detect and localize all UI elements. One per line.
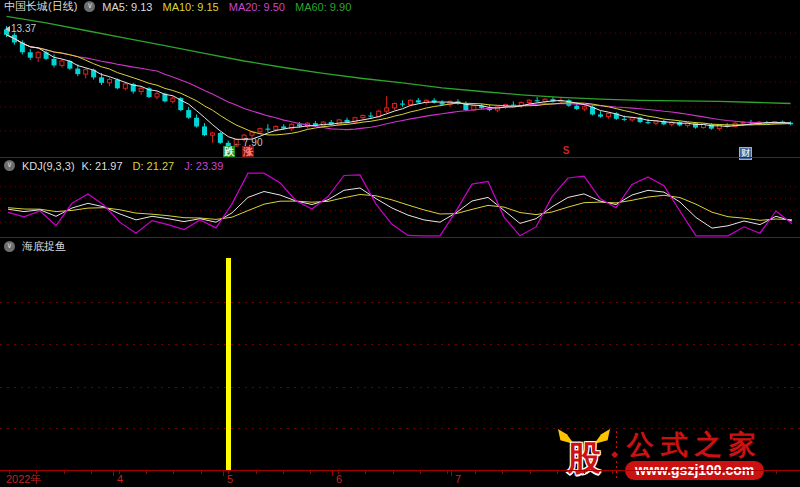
axis-month-tick [223, 471, 224, 476]
chevron-down-icon[interactable]: ∨ [4, 241, 15, 252]
chevron-down-icon[interactable]: ∨ [84, 1, 95, 12]
axis-tick [475, 471, 476, 474]
kdj-header: ∨ KDJ(9,3,3) K: 21.97D: 21.27J: 23.39 [0, 159, 800, 172]
axis-tick [612, 471, 613, 474]
axis-tick [420, 471, 421, 474]
axis-tick [64, 471, 65, 474]
axis-tick [639, 471, 640, 474]
axis-tick [91, 471, 92, 474]
panel-divider [0, 237, 800, 238]
kdj-value-label: J: 23.39 [184, 160, 223, 172]
axis-tick [667, 471, 668, 474]
trading-app-window: 中国长城(日线) ∨ MA5: 9.13MA10: 9.15MA20: 9.50… [0, 0, 800, 487]
axis-tick [228, 471, 229, 474]
axis-tick [694, 471, 695, 474]
buy-signal-bar [226, 258, 231, 470]
ma-label: MA5: 9.13 [102, 1, 152, 13]
ma-label: MA10: 9.15 [162, 1, 218, 13]
sub-indicator-title: 海底捉鱼 [22, 239, 66, 254]
candlestick-chart[interactable] [0, 13, 800, 157]
time-axis: 2022年 4567 [0, 470, 800, 487]
gridline [0, 387, 800, 388]
axis-tick [119, 471, 120, 474]
axis-tick [721, 471, 722, 474]
diamond-icon: ◆ [611, 449, 618, 460]
axis-tick [283, 471, 284, 474]
axis-tick [530, 471, 531, 474]
kdj-value-label: K: 21.97 [82, 160, 123, 172]
ma-value-labels: MA5: 9.13MA10: 9.15MA20: 9.50MA60: 9.90 [102, 1, 361, 13]
axis-tick [36, 471, 37, 474]
axis-tick [310, 471, 311, 474]
axis-month-tick [451, 471, 452, 476]
axis-tick [9, 471, 10, 474]
kdj-value-label: D: 21.27 [133, 160, 175, 172]
ma-label: MA20: 9.50 [229, 1, 285, 13]
axis-tick [338, 471, 339, 474]
axis-month-tick [113, 471, 114, 476]
brand-name: 公式之家 [627, 431, 763, 459]
axis-tick [201, 471, 202, 474]
axis-tick [776, 471, 777, 474]
kdj-chart[interactable] [0, 172, 800, 237]
axis-year-label: 2022年 [6, 474, 41, 485]
chevron-down-icon[interactable]: ∨ [4, 160, 15, 171]
axis-tick [173, 471, 174, 474]
panel-divider [0, 157, 800, 158]
axis-tick [393, 471, 394, 474]
axis-tick [146, 471, 147, 474]
axis-tick [256, 471, 257, 474]
high-price-label: 13.37 [5, 24, 36, 34]
axis-tick [365, 471, 366, 474]
gridline [0, 302, 800, 303]
axis-month-tick [332, 471, 333, 476]
axis-tick [584, 471, 585, 474]
stock-title: 中国长城(日线) [4, 0, 77, 14]
main-chart-header: 中国长城(日线) ∨ MA5: 9.13MA10: 9.15MA20: 9.50… [0, 0, 800, 13]
axis-month-label: 5 [227, 474, 233, 485]
axis-tick [502, 471, 503, 474]
gridline [0, 344, 800, 345]
ma-label: MA60: 9.90 [295, 1, 351, 13]
axis-month-label: 4 [117, 474, 123, 485]
axis-month-label: 6 [336, 474, 342, 485]
price-flag-icon [5, 26, 10, 32]
sub-indicator-header: ∨ 海底捉鱼 [0, 240, 800, 253]
kdj-title: KDJ(9,3,3) [22, 160, 75, 172]
axis-month-label: 7 [455, 474, 461, 485]
kdj-value-labels: K: 21.97D: 21.27J: 23.39 [82, 160, 234, 172]
axis-tick [557, 471, 558, 474]
sell-signal-marker: S [560, 145, 572, 157]
axis-tick [447, 471, 448, 474]
axis-tick [749, 471, 750, 474]
